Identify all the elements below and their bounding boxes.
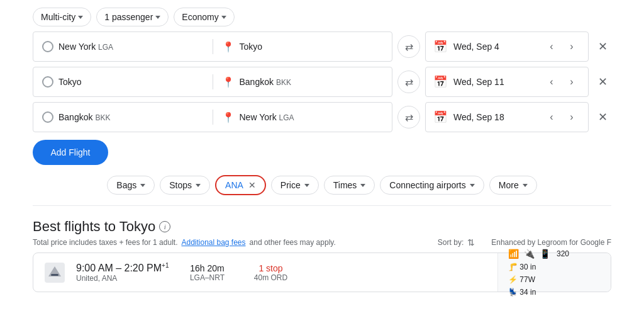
airport-segment-1: New York LGA 📍 Tokyo — [33, 31, 392, 62]
info-icon[interactable]: i — [159, 221, 170, 232]
calendar-icon-3: 📅 — [433, 110, 447, 124]
date-field-2[interactable]: 📅 Wed, Sep 11 ‹ › — [425, 67, 589, 97]
swap-icon-3: ⇄ — [405, 111, 413, 123]
swap-icon-1: ⇄ — [405, 41, 413, 53]
dest-field-3[interactable]: 📍 New York LGA — [213, 103, 392, 132]
airline-name: United, ANA — [76, 274, 169, 283]
date-prev-1[interactable]: ‹ — [543, 38, 560, 55]
amenity-seat-size: 💺 34 in — [508, 288, 601, 297]
filter-price[interactable]: Price — [271, 176, 319, 195]
passengers-dropdown[interactable]: 1 passenger — [96, 8, 169, 26]
seat-size-value: 💺 34 in — [508, 288, 536, 297]
price-chevron-icon — [304, 184, 309, 187]
connecting-label: Connecting airports — [389, 180, 465, 190]
wifi-icon: 📶 — [508, 249, 519, 259]
amenity-wifi: 📶 🔌 📱 320 — [508, 249, 601, 259]
remove-flight-1[interactable]: ✕ — [594, 38, 611, 55]
sort-icon[interactable]: ⇅ — [467, 237, 475, 247]
dest-field-2[interactable]: 📍 Bangkok BKK — [213, 67, 392, 96]
origin-icon-1 — [42, 41, 53, 52]
flight-row-3: Bangkok BKK 📍 New York LGA ⇄ 📅 Wed, Sep … — [33, 102, 611, 132]
remove-flight-3[interactable]: ✕ — [594, 108, 611, 126]
remove-ana-icon[interactable]: ✕ — [248, 180, 256, 190]
chevron-down-icon — [221, 16, 226, 19]
stops-chevron-icon — [196, 184, 201, 187]
results-meta: Total price includes taxes + fees for 1 … — [33, 237, 611, 247]
stops-label: Stops — [169, 180, 192, 190]
date-next-1[interactable]: › — [563, 38, 580, 55]
date-prev-2[interactable]: ‹ — [543, 73, 560, 91]
top-bar: Multi-city 1 passenger Economy — [0, 0, 644, 31]
date-next-3[interactable]: › — [563, 108, 580, 126]
date-nav-3: ‹ › — [543, 108, 580, 126]
calendar-icon-2: 📅 — [433, 75, 447, 89]
filter-stops[interactable]: Stops — [160, 176, 210, 195]
swap-button-1[interactable]: ⇄ — [397, 35, 420, 58]
amenity-legroom: 🦵 30 in — [508, 263, 601, 271]
calendar-icon-1: 📅 — [433, 40, 447, 54]
amenity-power: ⚡ 77W — [508, 275, 601, 284]
time-range: 9:00 AM – 2:20 PM+1 — [76, 262, 169, 274]
filter-bags[interactable]: Bags — [107, 176, 155, 195]
more-chevron-icon — [523, 184, 528, 187]
dest-label-3: New York LGA — [240, 112, 294, 122]
filter-connecting[interactable]: Connecting airports — [380, 176, 484, 195]
cabin-class-label: Economy — [182, 12, 218, 22]
dest-pin-icon-1: 📍 — [222, 41, 235, 53]
flight-duration: 16h 20m LGA–NRT — [179, 263, 235, 282]
bags-label: Bags — [116, 180, 136, 190]
route: LGA–NRT — [190, 273, 225, 282]
origin-icon-3 — [42, 111, 53, 123]
bag-fees-link[interactable]: Additional bag fees — [181, 238, 245, 247]
results-header: Best flights to Tokyo i Total price incl… — [0, 211, 644, 250]
date-label-1: Wed, Sep 4 — [453, 42, 499, 52]
filter-ana[interactable]: ANA ✕ — [215, 175, 266, 195]
date-field-3[interactable]: 📅 Wed, Sep 18 ‹ › — [425, 102, 589, 132]
trip-type-label: Multi-city — [41, 12, 75, 22]
filter-times[interactable]: Times — [324, 176, 375, 195]
chevron-down-icon — [155, 16, 160, 19]
flight-times: 9:00 AM – 2:20 PM+1 United, ANA — [76, 262, 169, 283]
date-field-1[interactable]: 📅 Wed, Sep 4 ‹ › — [425, 31, 589, 62]
dest-label-2: Bangkok BKK — [240, 77, 291, 87]
plug-icon: 🔌 — [524, 249, 535, 259]
svg-rect-1 — [51, 274, 58, 276]
filters-bar: Bags Stops ANA ✕ Price Times Connecting … — [0, 165, 644, 200]
section-divider — [33, 205, 611, 206]
date-label-3: Wed, Sep 18 — [453, 112, 504, 122]
times-chevron-icon — [360, 184, 365, 187]
airport-segment-2: Tokyo 📍 Bangkok BKK — [33, 67, 392, 97]
seat-count: 320 — [557, 249, 569, 258]
enhanced-label: Enhanced by Legroom for Google F — [491, 238, 611, 247]
cabin-class-dropdown[interactable]: Economy — [174, 8, 234, 26]
origin-field-3[interactable]: Bangkok BKK — [33, 103, 213, 132]
united-logo-svg — [45, 263, 65, 283]
origin-field-1[interactable]: New York LGA — [33, 32, 213, 61]
swap-button-3[interactable]: ⇄ — [397, 106, 420, 128]
dest-label-1: Tokyo — [240, 42, 263, 52]
stops-info: 1 stop 40m ORD — [245, 263, 296, 282]
trip-type-dropdown[interactable]: Multi-city — [33, 8, 91, 26]
origin-label-3: Bangkok BKK — [58, 112, 110, 122]
flight-row-2: Tokyo 📍 Bangkok BKK ⇄ 📅 Wed, Sep 11 ‹ › … — [33, 67, 611, 97]
power-value: ⚡ 77W — [508, 275, 535, 284]
price-label: Price — [280, 180, 301, 190]
airport-segment-3: Bangkok BKK 📍 New York LGA — [33, 102, 392, 132]
ana-label: ANA — [225, 180, 243, 190]
filter-more[interactable]: More — [489, 176, 537, 195]
date-next-2[interactable]: › — [563, 73, 580, 91]
origin-field-2[interactable]: Tokyo — [33, 67, 213, 96]
duration-time: 16h 20m — [190, 263, 224, 273]
more-label: More — [499, 180, 519, 190]
date-prev-3[interactable]: ‹ — [543, 108, 560, 126]
times-label: Times — [333, 180, 357, 190]
bags-chevron-icon — [140, 184, 145, 187]
passengers-label: 1 passenger — [104, 12, 153, 22]
remove-flight-2[interactable]: ✕ — [594, 73, 611, 91]
swap-button-2[interactable]: ⇄ — [397, 71, 420, 93]
connecting-chevron-icon — [470, 184, 475, 187]
date-label-2: Wed, Sep 11 — [453, 77, 504, 87]
stop-detail: 40m ORD — [254, 273, 287, 282]
dest-field-1[interactable]: 📍 Tokyo — [213, 32, 392, 61]
add-flight-button[interactable]: Add Flight — [33, 140, 108, 165]
